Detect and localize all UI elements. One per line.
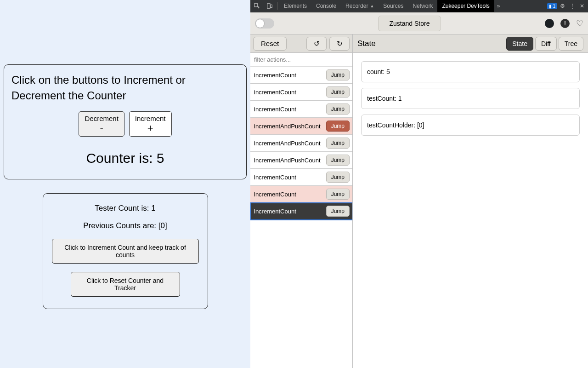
state-toolbar: State State Diff Tree — [353, 34, 588, 53]
action-row[interactable]: incrementCountJump — [250, 84, 352, 101]
plus-icon: + — [135, 123, 166, 133]
close-devtools-icon[interactable]: ✕ — [580, 3, 584, 9]
svg-rect-2 — [271, 5, 272, 7]
jump-button[interactable]: Jump — [326, 138, 350, 149]
devtools-pane: Elements Console Recorder ▲ Sources Netw… — [250, 0, 588, 368]
tab-elements[interactable]: Elements — [279, 0, 311, 12]
segment-tree[interactable]: Tree — [559, 37, 583, 51]
state-entry: testCount: 1 — [361, 88, 580, 109]
tab-zukeeper-devtools[interactable]: Zukeeper DevTools — [437, 0, 494, 12]
settings-gear-icon[interactable]: ⚙ — [560, 3, 565, 9]
jump-button[interactable]: Jump — [326, 189, 350, 200]
minus-icon: - — [85, 123, 118, 133]
rotate-cw-icon: ↻ — [337, 40, 343, 48]
decrement-button[interactable]: Decrement - — [79, 111, 124, 137]
app-pane: Click on the buttons to Increment or Dec… — [0, 0, 250, 368]
chat-icon: ▮ — [549, 4, 552, 9]
action-name: incrementCount — [254, 72, 296, 79]
jump-button[interactable]: Jump — [326, 69, 350, 80]
jump-button[interactable]: Jump — [326, 155, 350, 166]
action-name: incrementCount — [254, 89, 296, 96]
alert-icon[interactable]: ! — [560, 19, 570, 28]
tab-network[interactable]: Network — [408, 0, 437, 12]
view-segment-control: State Diff Tree — [506, 37, 583, 51]
jump-button[interactable]: Jump — [326, 104, 350, 115]
action-name: incrementAndPushCount — [254, 140, 321, 147]
counter-heading: Click on the buttons to Increment or Dec… — [11, 72, 239, 103]
increment-label: Increment — [135, 115, 166, 122]
heart-icon[interactable]: ♡ — [576, 18, 583, 29]
state-column: State State Diff Tree count: 5testCount:… — [353, 34, 588, 368]
action-list[interactable]: incrementCountJumpincrementCountJumpincr… — [250, 67, 352, 368]
increment-button[interactable]: Increment + — [129, 111, 172, 137]
devtools-tabbar: Elements Console Recorder ▲ Sources Netw… — [250, 0, 588, 12]
segment-diff[interactable]: Diff — [535, 37, 557, 51]
tab-console[interactable]: Console — [311, 0, 341, 12]
decrement-label: Decrement — [85, 115, 118, 122]
devtools-body: Reset ↺ ↻ incrementCountJumpincrementCou… — [250, 34, 588, 368]
jump-button[interactable]: Jump — [326, 86, 350, 98]
action-name: incrementCount — [254, 174, 296, 181]
action-row[interactable]: incrementAndPushCountJump — [250, 135, 352, 152]
action-row[interactable]: incrementCountJump — [250, 169, 352, 186]
device-toolbar-icon[interactable] — [263, 0, 276, 12]
filter-actions-input[interactable] — [250, 53, 352, 67]
tab-recorder-label: Recorder — [345, 3, 368, 9]
tester-count-text: Tester Count is: 1 — [49, 204, 202, 213]
extension-toolbar: Zustand Store ! ♡ — [250, 12, 588, 34]
action-name: incrementAndPushCount — [254, 157, 321, 164]
action-name: incrementCount — [254, 191, 296, 198]
tabbar-separator — [277, 2, 278, 10]
counter-button-row: Decrement - Increment + — [11, 111, 239, 137]
actions-column: Reset ↺ ↻ incrementCountJumpincrementCou… — [250, 34, 353, 368]
counter-value: Counter is: 5 — [11, 150, 239, 166]
errors-badge[interactable]: ▮ 1 — [547, 3, 557, 9]
inspect-element-icon[interactable] — [250, 0, 263, 12]
tester-card: Tester Count is: 1 Previous Counts are: … — [43, 193, 208, 309]
action-row[interactable]: incrementAndPushCountJump — [250, 152, 352, 169]
counter-card: Click on the buttons to Increment or Dec… — [4, 64, 247, 179]
state-entry: count: 5 — [361, 61, 580, 82]
tab-recorder[interactable]: Recorder ▲ — [341, 0, 379, 12]
jump-button[interactable]: Jump — [326, 206, 350, 217]
errors-count: 1 — [553, 4, 555, 9]
step-forward-button[interactable]: ↻ — [329, 37, 350, 51]
action-name: incrementCount — [254, 208, 296, 215]
tabs-overflow-icon[interactable]: » — [494, 0, 503, 12]
action-row[interactable]: incrementCountJump — [250, 203, 352, 220]
action-row[interactable]: incrementCountJump — [250, 186, 352, 203]
rotate-ccw-icon: ↺ — [314, 40, 320, 48]
kebab-menu-icon[interactable]: ⋮ — [570, 3, 575, 9]
state-entry: testCountHolder: [0] — [361, 115, 580, 136]
state-body: count: 5testCount: 1testCountHolder: [0] — [353, 53, 588, 144]
actions-toolbar: Reset ↺ ↻ — [250, 34, 352, 53]
svg-rect-1 — [267, 4, 270, 9]
reset-actions-button[interactable]: Reset — [253, 37, 287, 51]
dark-mode-toggle[interactable] — [255, 18, 274, 29]
store-selector-button[interactable]: Zustand Store — [378, 16, 441, 31]
action-name: incrementAndPushCount — [254, 123, 321, 130]
flask-icon: ▲ — [370, 4, 374, 8]
jump-button[interactable]: Jump — [326, 121, 350, 132]
increment-and-track-button[interactable]: Click to Increment Count and keep track … — [52, 239, 199, 264]
state-title: State — [357, 39, 506, 48]
reset-tracker-button[interactable]: Click to Reset Counter and Tracker — [71, 272, 180, 297]
action-row[interactable]: incrementCountJump — [250, 67, 352, 84]
tab-sources[interactable]: Sources — [379, 0, 408, 12]
github-icon[interactable] — [545, 19, 554, 28]
action-row[interactable]: incrementCountJump — [250, 101, 352, 118]
previous-counts-text: Previous Counts are: [0] — [49, 221, 202, 230]
action-name: incrementCount — [254, 106, 296, 113]
step-back-button[interactable]: ↺ — [306, 37, 327, 51]
action-row[interactable]: incrementAndPushCountJump — [250, 118, 352, 135]
segment-state[interactable]: State — [506, 37, 533, 51]
jump-button[interactable]: Jump — [326, 172, 350, 183]
